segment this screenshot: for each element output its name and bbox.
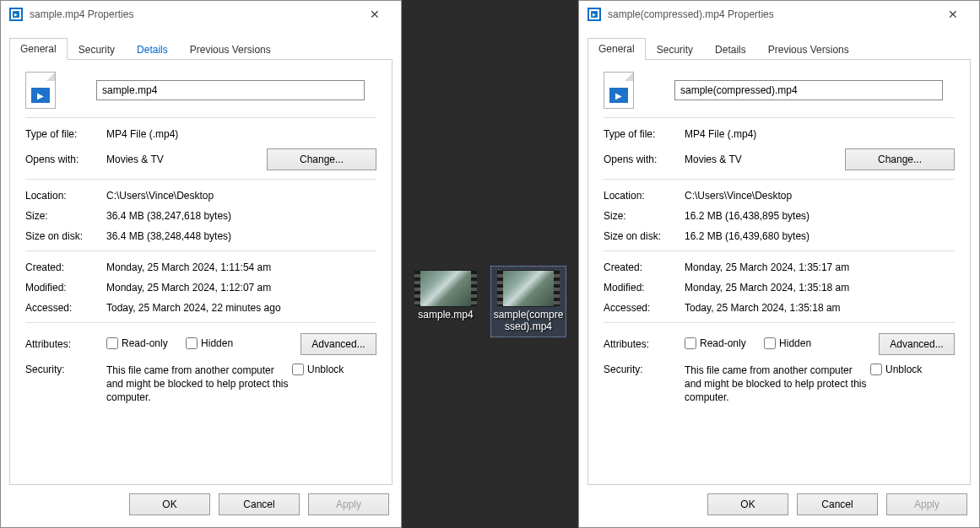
label-attributes: Attributes: [25, 338, 106, 350]
readonly-checkbox[interactable]: Read-only [106, 337, 168, 349]
tab-details[interactable]: Details [126, 38, 179, 60]
hidden-checkbox[interactable]: Hidden [764, 337, 811, 349]
label-size-on-disk: Size on disk: [604, 230, 685, 242]
desktop-file-label: sample(compressed).mp4 [493, 309, 564, 333]
file-type-icon: ▶ [25, 72, 56, 109]
tab-previous-versions[interactable]: Previous Versions [179, 38, 282, 60]
ok-button[interactable]: OK [129, 493, 210, 515]
tab-general[interactable]: General [587, 38, 646, 60]
advanced-button[interactable]: Advanced... [879, 333, 955, 355]
value-location: C:\Users\Vince\Desktop [106, 190, 376, 202]
tab-strip: General Security Details Previous Versio… [9, 38, 393, 60]
value-modified: Monday, 25 March 2024, 1:35:18 am [685, 282, 955, 294]
window-title: sample(compressed).mp4 Properties [608, 8, 929, 20]
title-bar[interactable]: sample(compressed).mp4 Properties ✕ [579, 1, 979, 28]
value-created: Monday, 25 March 2024, 1:11:54 am [106, 261, 376, 273]
label-attributes: Attributes: [604, 338, 685, 350]
value-size-on-disk: 16.2 MB (16,439,680 bytes) [685, 230, 955, 242]
label-size: Size: [25, 210, 106, 222]
label-security: Security: [25, 364, 106, 375]
app-icon [587, 8, 601, 21]
desktop-file-sample[interactable]: sample.mp4 [408, 266, 484, 337]
ok-button[interactable]: OK [707, 493, 788, 515]
tab-security[interactable]: Security [68, 38, 126, 60]
close-icon[interactable]: ✕ [935, 3, 971, 26]
general-pane: ▶ Type of file:MP4 File (.mp4) Opens wit… [587, 60, 971, 485]
value-accessed: Today, 25 March 2024, 22 minutes ago [106, 302, 376, 314]
value-type: MP4 File (.mp4) [685, 128, 955, 140]
label-location: Location: [604, 190, 685, 202]
desktop-file-label: sample.mp4 [418, 309, 473, 321]
apply-button[interactable]: Apply [886, 493, 967, 515]
title-bar[interactable]: sample.mp4 Properties ✕ [1, 1, 401, 28]
value-size: 16.2 MB (16,438,895 bytes) [685, 210, 955, 222]
app-icon [9, 8, 23, 21]
label-size: Size: [604, 210, 685, 222]
tab-strip: General Security Details Previous Versio… [587, 38, 971, 60]
video-thumbnail-icon [502, 270, 555, 307]
label-accessed: Accessed: [25, 302, 106, 314]
value-type: MP4 File (.mp4) [106, 128, 376, 140]
cancel-button[interactable]: Cancel [797, 493, 878, 515]
value-location: C:\Users\Vince\Desktop [685, 190, 955, 202]
dialog-buttons: OK Cancel Apply [1, 485, 401, 527]
label-modified: Modified: [604, 282, 685, 294]
security-warning-text: This file came from another computer and… [685, 364, 870, 405]
value-size-on-disk: 36.4 MB (38,248,448 bytes) [106, 230, 376, 242]
label-type: Type of file: [604, 128, 685, 140]
close-icon[interactable]: ✕ [357, 3, 393, 26]
general-pane: ▶ Type of file:MP4 File (.mp4) Opens wit… [9, 60, 393, 485]
label-modified: Modified: [25, 282, 106, 294]
label-size-on-disk: Size on disk: [25, 230, 106, 242]
tab-general[interactable]: General [9, 38, 68, 60]
advanced-button[interactable]: Advanced... [300, 333, 376, 355]
value-opens-with: Movies & TV [106, 154, 267, 165]
value-opens-with: Movies & TV [685, 154, 845, 165]
label-type: Type of file: [25, 128, 106, 140]
tab-security[interactable]: Security [646, 38, 704, 60]
value-created: Monday, 25 March 2024, 1:35:17 am [685, 261, 955, 273]
security-warning-text: This file came from another computer and… [106, 364, 292, 405]
change-button[interactable]: Change... [845, 148, 955, 170]
file-type-icon: ▶ [604, 72, 634, 109]
dialog-buttons: OK Cancel Apply [579, 485, 979, 527]
tab-previous-versions[interactable]: Previous Versions [757, 38, 860, 60]
label-opens-with: Opens with: [604, 154, 685, 165]
filename-input[interactable] [96, 80, 365, 100]
label-location: Location: [25, 190, 106, 202]
label-created: Created: [25, 261, 106, 273]
value-size: 36.4 MB (38,247,618 bytes) [106, 210, 376, 222]
unblock-checkbox[interactable]: Unblock [870, 364, 922, 375]
label-opens-with: Opens with: [25, 154, 106, 165]
video-thumbnail-icon [420, 270, 472, 307]
value-accessed: Today, 25 March 2024, 1:35:18 am [685, 302, 955, 314]
window-title: sample.mp4 Properties [30, 8, 350, 20]
label-created: Created: [604, 261, 685, 273]
tab-details[interactable]: Details [704, 38, 757, 60]
label-security: Security: [604, 364, 685, 375]
properties-dialog-right: sample(compressed).mp4 Properties ✕ Gene… [578, 0, 980, 528]
value-modified: Monday, 25 March 2024, 1:12:07 am [106, 282, 376, 294]
cancel-button[interactable]: Cancel [219, 493, 300, 515]
label-accessed: Accessed: [604, 302, 685, 314]
properties-dialog-left: sample.mp4 Properties ✕ General Security… [0, 0, 402, 528]
change-button[interactable]: Change... [267, 148, 376, 170]
desktop-file-sample-compressed[interactable]: sample(compressed).mp4 [490, 266, 566, 337]
unblock-checkbox[interactable]: Unblock [292, 364, 344, 375]
filename-input[interactable] [674, 80, 943, 100]
readonly-checkbox[interactable]: Read-only [685, 337, 746, 349]
apply-button[interactable]: Apply [308, 493, 389, 515]
hidden-checkbox[interactable]: Hidden [186, 337, 233, 349]
